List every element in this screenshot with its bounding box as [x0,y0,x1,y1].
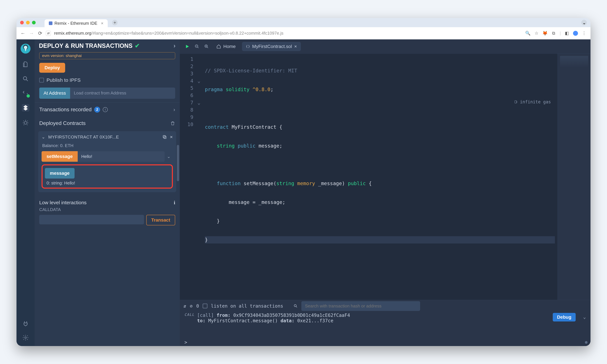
new-tab-button[interactable]: + [112,20,118,26]
extensions-icon[interactable]: ⧉ [551,31,556,36]
remix-logo-icon[interactable] [21,44,30,53]
settings-icon[interactable] [22,334,29,341]
bookmark-icon[interactable]: ☆ [534,31,539,36]
url-path: /#lang=en&optimize=false&runs=200&evmVer… [91,31,283,36]
tx-recorded-count: 2 [94,107,100,113]
line-numbers: 12345678910 [180,53,196,300]
forward-button[interactable]: → [29,31,34,36]
clear-terminal-icon[interactable]: ⊘ [190,303,193,309]
low-level-title: Low level interactions [39,200,87,205]
compiler-icon[interactable] [22,90,29,97]
fold-column[interactable]: ⌄⌄ [196,53,202,300]
code-line: // SPDX-License-Identifier: MIT [205,68,297,74]
pending-tx-count: 0 [196,303,199,309]
kebab-menu-icon[interactable]: ⋮ [581,31,587,36]
message-return-value: 0: string: Hello! [45,181,170,186]
terminal-panel: ⇵ ⊘ 0 listen on all transactions Debug ⌄… [180,300,591,346]
home-tab[interactable]: Home [212,42,240,51]
listen-checkbox[interactable] [203,304,207,308]
publish-ipfs-checkbox[interactable] [39,78,44,82]
message-button[interactable]: message [45,168,75,179]
deploy-panel: DEPLOY & RUN TRANSACTIONS ✔ › evm versio… [35,39,180,346]
terminal-prompt[interactable]: > [180,338,591,346]
expand-args-icon[interactable]: ⌄ [165,154,173,159]
low-level-info-icon[interactable]: i [174,200,175,205]
plugin-manager-icon[interactable] [22,320,29,327]
resize-grip-icon[interactable] [585,341,588,344]
setmessage-button[interactable]: setMessage [41,151,78,162]
zoom-out-icon[interactable] [193,44,200,49]
publish-ipfs-label: Publish to IPFS [47,77,81,83]
svg-point-8 [294,304,296,307]
tx-recorded-label: Transactions recorded [39,106,92,113]
deploy-button[interactable]: Deploy [39,63,65,73]
home-tab-label: Home [223,44,236,49]
sidepanel-icon[interactable]: ◧ [565,31,569,36]
close-tab-icon[interactable]: × [294,44,297,49]
svg-rect-7 [515,101,516,103]
call-tag: CALL [185,312,195,317]
collapse-contract-icon[interactable]: ⌄ [41,134,45,140]
window-frame: Remix - Ethereum IDE × + ⌄ ← → ⟳ ⇄ remix… [16,18,591,346]
terminal-search-icon[interactable] [293,304,298,308]
gas-estimate-hint: infinite gas [514,99,551,104]
calldata-input[interactable] [39,215,144,224]
transactions-recorded-section[interactable]: Transactions recorded 2 i › [35,102,180,117]
run-script-icon[interactable] [184,44,191,49]
copy-address-icon[interactable] [162,135,167,139]
zoom-in-icon[interactable] [203,44,210,49]
reload-button[interactable]: ⟳ [38,31,42,36]
deployed-contract-card: ⌄ MYFIRSTCONTRACT AT 0X10F...E × Balance… [38,131,176,192]
calldata-label: CALLDATA [35,206,180,213]
contract-balance: Balance: 0. ETH [41,140,173,151]
highlighted-call-result: message 0: string: Hello! [41,164,173,189]
window-controls[interactable] [20,21,36,24]
search-icon[interactable] [22,75,29,83]
clear-instances-icon[interactable] [170,121,175,126]
svg-point-2 [25,337,26,338]
contract-title: MYFIRSTCONTRACT AT 0X10F...E [48,134,159,140]
svg-point-1 [24,121,27,124]
back-button[interactable]: ← [20,31,26,36]
svg-rect-3 [164,136,166,139]
close-window-icon[interactable] [20,21,24,24]
terminal-search-input[interactable] [301,301,420,311]
svg-rect-4 [163,135,165,138]
panel-collapse-icon[interactable]: › [173,42,175,49]
svg-point-0 [23,77,27,80]
browser-tab[interactable]: Remix - Ethereum IDE × [45,19,108,27]
chevron-right-icon[interactable]: › [173,106,175,113]
terminal-toggle-icon[interactable]: ⇵ [184,303,186,309]
compile-success-icon: ✔ [135,42,140,49]
file-tab-label: MyFirstContract.sol [252,44,292,49]
address-bar[interactable]: remix.ethereum.org/#lang=en&optimize=fal… [54,31,522,36]
debugger-icon[interactable] [22,118,29,126]
minimap[interactable] [557,53,591,300]
file-explorer-icon[interactable] [22,61,29,68]
code-editor[interactable]: 12345678910 ⌄⌄ // SPDX-License-Identifie… [180,53,591,300]
maximize-window-icon[interactable] [32,21,36,24]
expand-log-icon[interactable]: ⌄ [583,314,586,320]
site-info-icon[interactable]: ⇄ [46,31,51,36]
code-body[interactable]: // SPDX-License-Identifier: MIT pragma s… [202,53,557,300]
tab-favicon-icon [49,21,53,25]
metamask-extension-icon[interactable]: 🦊 [542,31,547,36]
at-address-input[interactable]: Load contract from Address [70,88,175,99]
debug-button[interactable]: Debug [553,313,576,322]
at-address-button[interactable]: At Address [39,88,70,99]
deployed-contracts-title: Deployed Contracts [39,120,86,126]
zoom-icon[interactable]: 🔍 [525,31,530,36]
tabs-dropdown-icon[interactable]: ⌄ [581,20,587,26]
file-tab[interactable]: MyFirstContract.sol × [242,42,301,51]
transact-button[interactable]: Transact [146,215,175,225]
setmessage-input[interactable] [78,151,165,162]
info-icon[interactable]: i [103,107,108,112]
minimize-window-icon[interactable] [26,21,30,24]
tab-title: Remix - Ethereum IDE [54,21,97,26]
tab-close-icon[interactable]: × [101,21,104,26]
remove-contract-icon[interactable]: × [170,134,173,140]
terminal-output[interactable]: Debug ⌄ CALL [call] from: 0x9Cf934043aD3… [180,312,591,338]
profile-icon[interactable] [573,31,578,36]
evm-version-badge: evm version: shanghai [39,52,175,59]
deploy-run-icon[interactable] [22,104,29,112]
